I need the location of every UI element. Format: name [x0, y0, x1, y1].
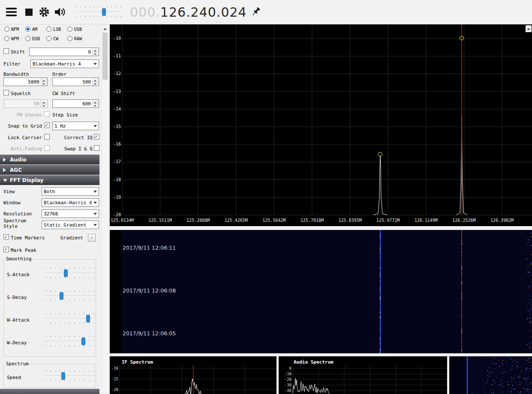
- audio-spectrum-panel[interactable]: 0-10-20-30-40Audio Spectrum: [279, 356, 447, 394]
- waterfall-speckle: [528, 272, 529, 272]
- scrollbar-thumb[interactable]: [102, 33, 108, 80]
- fft-display-section-header[interactable]: FFT Display: [0, 175, 99, 185]
- waterfall-panel[interactable]: 2017/9/11 12:06:112017/9/11 12:06:082017…: [110, 230, 532, 353]
- mode-cw[interactable]: CW: [46, 36, 67, 41]
- pin-button[interactable]: [251, 6, 261, 18]
- time-markers-checkbox[interactable]: [3, 234, 9, 240]
- spinner-up-button[interactable]: [41, 78, 47, 82]
- volume-slider[interactable]: [74, 6, 123, 18]
- lock-carrier-checkbox[interactable]: [44, 134, 50, 140]
- spinner-up-button[interactable]: [93, 100, 99, 104]
- spinner-down-button[interactable]: [41, 82, 47, 86]
- slider-track[interactable]: [44, 372, 96, 380]
- filter-combobox[interactable]: Blackman-Harris 4: [30, 60, 99, 68]
- slider-track[interactable]: [44, 292, 96, 300]
- slider-thumb[interactable]: [86, 315, 90, 322]
- squelch-checkbox[interactable]: [3, 90, 9, 96]
- speed-slider[interactable]: [43, 370, 96, 382]
- s-attack-slider[interactable]: [43, 268, 96, 279]
- audio-mute-button[interactable]: [54, 7, 66, 17]
- aux-speckle: [517, 362, 518, 363]
- mode-am[interactable]: AM: [25, 27, 46, 32]
- correct-iq-checkbox[interactable]: [94, 134, 99, 140]
- if-spectrum-panel[interactable]: -10-15-20IF Spectrum: [110, 356, 277, 394]
- spinner-down-button[interactable]: [93, 52, 99, 56]
- slider-track[interactable]: [74, 8, 123, 16]
- mode-lsb[interactable]: LSB: [46, 27, 67, 32]
- aux-speckle: [520, 371, 521, 372]
- frequency-value[interactable]: 126.240.024: [160, 5, 247, 20]
- mode-wfm[interactable]: WFM: [4, 36, 25, 41]
- spinner-down-button[interactable]: [41, 104, 47, 108]
- resolution-combobox[interactable]: 32768: [42, 209, 99, 218]
- step-size-combobox[interactable]: 1 Hz: [52, 122, 99, 130]
- spectrum-panel[interactable]: -10-11-12-13-14-15-16-17-18-19-20125.013…: [110, 24, 532, 226]
- aux-speckle: [527, 379, 528, 380]
- slider-track[interactable]: [44, 269, 96, 277]
- settings-button[interactable]: [39, 6, 50, 18]
- squelch-input[interactable]: 50: [3, 99, 48, 108]
- aux-waterfall-panel[interactable]: [449, 356, 532, 394]
- slider-track[interactable]: [44, 337, 96, 345]
- spinner: [92, 78, 99, 86]
- w-attack-slider[interactable]: [43, 313, 96, 324]
- mode-usb[interactable]: USB: [67, 27, 88, 32]
- fm-stereo-checkbox[interactable]: [44, 111, 50, 117]
- stop-button[interactable]: [25, 9, 33, 16]
- order-input[interactable]: 500: [52, 78, 99, 86]
- aux-speckle: [518, 376, 519, 377]
- menu-icon[interactable]: [6, 8, 17, 16]
- aux-speckle: [504, 372, 505, 373]
- agc-section-header[interactable]: AGC: [0, 165, 99, 175]
- slider-track[interactable]: [44, 315, 96, 322]
- spectrum-style-combobox[interactable]: Static Gradient: [42, 221, 99, 229]
- slider-thumb[interactable]: [64, 269, 68, 277]
- slider-thumb[interactable]: [81, 337, 85, 345]
- gradient-button[interactable]: [88, 234, 96, 242]
- spectrum-display[interactable]: -10-11-12-13-14-15-16-17-18-19-20125.013…: [110, 24, 532, 226]
- spectrum-x-tick-label: 126.3902M: [490, 218, 514, 223]
- audio-section-header[interactable]: Audio: [0, 155, 99, 164]
- spinner-down-button[interactable]: [93, 82, 99, 86]
- spinner-up-button[interactable]: [41, 100, 47, 104]
- aux-speckle: [511, 391, 512, 392]
- mode-nfm[interactable]: NFM: [4, 27, 25, 32]
- audio-spectrum-title: Audio Spectrum: [294, 359, 334, 365]
- shift-checkbox[interactable]: [3, 48, 9, 54]
- mode-row-2: WFMDSBCWRAW: [4, 36, 88, 41]
- mode-dsb[interactable]: DSB: [25, 36, 46, 41]
- sidebar-scrollbar[interactable]: [102, 25, 108, 394]
- waterfall-display[interactable]: 2017/9/11 12:06:112017/9/11 12:06:082017…: [110, 230, 532, 353]
- aux-speckle: [514, 378, 514, 379]
- audio-y-tick-label: -10: [285, 372, 292, 376]
- frequency-display[interactable]: 000.126.240.024: [130, 5, 247, 20]
- waterfall-speckle: [531, 343, 532, 343]
- waterfall-timestamp: 2017/9/11 12:06:11: [123, 245, 176, 251]
- spinner-up-button[interactable]: [93, 78, 99, 82]
- bandwidth-input[interactable]: 5800: [3, 78, 48, 86]
- s-decay-slider[interactable]: [43, 290, 96, 301]
- spectrum-scroll-up-arrow[interactable]: [526, 25, 532, 32]
- w-decay-slider[interactable]: [43, 336, 96, 347]
- scroll-up-arrow[interactable]: [102, 25, 108, 32]
- slider-thumb[interactable]: [61, 372, 65, 380]
- view-combobox[interactable]: Both: [42, 187, 99, 196]
- cw-shift-input[interactable]: 600: [52, 99, 99, 108]
- slider-thumb[interactable]: [102, 8, 106, 16]
- snap-to-grid-checkbox[interactable]: [44, 122, 50, 128]
- aux-speckle: [491, 393, 492, 394]
- s-attack-label: S-Attack: [7, 272, 30, 278]
- anti-fading-checkbox[interactable]: [44, 145, 50, 151]
- swap-iq-checkbox[interactable]: [94, 145, 99, 151]
- window-combobox[interactable]: Blackman-Harris 4: [42, 198, 99, 207]
- waterfall-speckle: [526, 258, 527, 259]
- spinner-down-button[interactable]: [93, 104, 99, 108]
- mark-peak-checkbox[interactable]: [3, 247, 9, 252]
- aux-speckle: [495, 368, 496, 369]
- aux-speckle: [526, 368, 527, 369]
- spinner-up-button[interactable]: [93, 48, 99, 52]
- shift-input[interactable]: 0: [29, 48, 99, 56]
- mode-raw[interactable]: RAW: [67, 36, 88, 41]
- partial-section-header[interactable]: [0, 389, 99, 394]
- slider-thumb[interactable]: [60, 292, 63, 300]
